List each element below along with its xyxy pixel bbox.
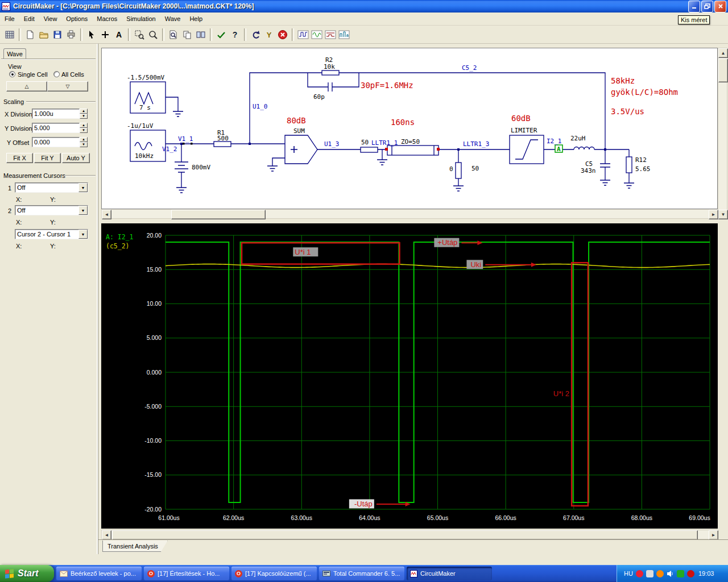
spin-down-icon[interactable]: ▼	[80, 128, 88, 133]
undo-icon[interactable]	[249, 28, 262, 41]
cursor-diff-dropdown[interactable]: Cursor 2 - Cursor 1▼	[15, 229, 88, 239]
spin-down-icon[interactable]: ▼	[80, 114, 88, 119]
menu-options[interactable]: Options	[61, 14, 92, 24]
waveform-horizontal-scrollbar[interactable]: ◄ ►	[101, 530, 718, 539]
shunt-node-label: 0	[449, 165, 453, 173]
taskbar-item-browser-1[interactable]: O [17] Értesítések - Ho...	[144, 567, 229, 580]
cell-up-button[interactable]: △	[6, 81, 47, 92]
tab-transient-analysis[interactable]: Transient Analysis	[102, 541, 168, 552]
zoom-icon[interactable]	[146, 28, 160, 41]
radio-all-cells-label[interactable]: All Cells	[61, 71, 84, 78]
spin-down-icon[interactable]: ▼	[80, 142, 88, 147]
page-search-icon[interactable]	[167, 28, 180, 41]
scroll-thumb[interactable]	[718, 59, 728, 82]
x-division-spinner[interactable]: ▲▼	[80, 109, 88, 119]
check-icon[interactable]	[214, 28, 228, 41]
help-icon[interactable]: ?	[228, 28, 242, 41]
scroll-down-icon[interactable]: ▼	[718, 210, 728, 219]
scroll-thumb[interactable]	[112, 530, 698, 540]
menu-view[interactable]: View	[39, 14, 62, 24]
cursor1-dropdown[interactable]: Off▼	[15, 182, 88, 193]
x-tick-label: 66.00us	[495, 514, 516, 521]
new-file-icon[interactable]	[23, 28, 37, 41]
menu-macros[interactable]: Macros	[92, 14, 122, 24]
volume-icon[interactable]	[667, 570, 674, 577]
tray-icon-2[interactable]	[646, 570, 653, 577]
menu-simulation[interactable]: Simulation	[122, 14, 160, 24]
menu-file[interactable]: File	[0, 14, 19, 24]
waveform1-icon[interactable]	[296, 28, 310, 41]
plus-tool-icon[interactable]	[98, 28, 112, 41]
chevron-down-icon[interactable]: ▼	[78, 206, 88, 215]
schematic-canvas[interactable]: -1.5/500mV 7 s -1u/1uV 10kHz V1_1 V1_2 8…	[101, 48, 718, 209]
cell-down-button[interactable]: ▽	[47, 81, 88, 92]
y-offset-input[interactable]	[32, 137, 80, 147]
save-icon[interactable]	[51, 28, 64, 41]
scroll-up-icon[interactable]: ▲	[718, 48, 728, 58]
scroll-left-icon[interactable]: ◄	[102, 530, 111, 540]
chevron-down-icon[interactable]: ▼	[78, 230, 88, 239]
menu-help[interactable]: Help	[185, 14, 207, 24]
x-tick-label: 64.00us	[359, 514, 380, 521]
y-division-spinner[interactable]: ▲▼	[80, 123, 88, 133]
text-tool-icon[interactable]: A	[112, 28, 126, 41]
auto-y-button[interactable]: Auto Y	[62, 153, 90, 163]
copy-icon[interactable]	[180, 28, 194, 41]
language-indicator[interactable]: HU	[624, 570, 633, 577]
spin-up-icon[interactable]: ▲	[80, 109, 88, 114]
open-folder-icon[interactable]	[37, 28, 51, 41]
x-division-input[interactable]	[32, 109, 80, 119]
close-button[interactable]	[714, 1, 726, 13]
chevron-down-icon[interactable]: ▼	[78, 183, 88, 192]
toolbar-separator	[128, 28, 130, 41]
taskbar-item-circuitmaker[interactable]: CircuitMaker	[407, 567, 492, 580]
scroll-left-icon[interactable]: ◄	[102, 210, 111, 219]
radio-all-cells[interactable]	[53, 71, 60, 77]
board-icon[interactable]	[3, 28, 16, 41]
spin-up-icon[interactable]: ▲	[80, 137, 88, 142]
print-icon[interactable]	[64, 28, 78, 41]
taskbar-item-total-commander[interactable]: Total Commander 6. 5...	[319, 567, 404, 580]
scroll-thumb[interactable]	[171, 210, 266, 219]
scroll-right-icon[interactable]: ►	[709, 530, 718, 540]
fit-y-button[interactable]: Fit Y	[34, 153, 61, 163]
tray-icon-6[interactable]	[687, 570, 694, 577]
split-view-icon[interactable]	[194, 28, 208, 41]
cursor2-dropdown[interactable]: Off▼	[15, 205, 88, 215]
menu-wave[interactable]: Wave	[160, 14, 185, 24]
cursor-icon[interactable]	[85, 28, 98, 41]
tray-icon-3[interactable]	[656, 570, 664, 577]
menu-edit[interactable]: Edit	[19, 14, 39, 24]
tline-symbol	[387, 146, 439, 155]
window-title: CircuitMaker - [C:\Program Files\Circuit…	[13, 2, 687, 10]
cursor-diff-y-label: Y:	[50, 243, 56, 250]
y-offset-spinner[interactable]: ▲▼	[80, 137, 88, 147]
scroll-right-icon[interactable]: ►	[709, 210, 718, 219]
waveform3-icon[interactable]	[324, 28, 337, 41]
fit-x-button[interactable]: Fit X	[6, 153, 33, 163]
radio-single-cell[interactable]	[9, 71, 15, 77]
annotation-impedance: gyök(L/C)=8Ohm	[611, 88, 678, 97]
taskbar-item-browser-2[interactable]: O [17] Kapcsolóüzemű (...	[231, 567, 317, 580]
tab-wave[interactable]: Wave	[3, 48, 26, 59]
radio-single-cell-label[interactable]: Single Cell	[18, 71, 48, 78]
shunt-50-symbol	[456, 163, 461, 178]
titlebar[interactable]: CircuitMaker - [C:\Program Files\Circuit…	[0, 0, 728, 13]
y-division-input[interactable]	[32, 123, 80, 133]
schematic-horizontal-scrollbar[interactable]: ◄ ►	[101, 209, 718, 219]
tray-icon-1[interactable]	[636, 570, 643, 577]
zoom-area-icon[interactable]	[133, 28, 146, 41]
waveform4-icon[interactable]	[337, 28, 351, 41]
stop-icon[interactable]	[276, 28, 289, 41]
restore-button[interactable]	[701, 1, 713, 13]
taskbar-item-mail[interactable]: Beérkező levelek - po...	[56, 567, 142, 580]
legend-item: (c5_2)	[106, 242, 130, 250]
start-button[interactable]: Start	[0, 565, 54, 582]
minimize-button[interactable]	[688, 1, 700, 13]
spin-up-icon[interactable]: ▲	[80, 123, 88, 128]
schematic-vertical-scrollbar[interactable]: ▲ ▼	[718, 48, 727, 219]
waveform2-icon[interactable]	[310, 28, 324, 41]
waveform-panel[interactable]: 20.0015.0010.005.0000.000-5.000-10.00-15…	[101, 223, 718, 529]
tray-icon-5[interactable]	[677, 570, 684, 577]
scope-probe-icon[interactable]: Y	[262, 28, 276, 41]
